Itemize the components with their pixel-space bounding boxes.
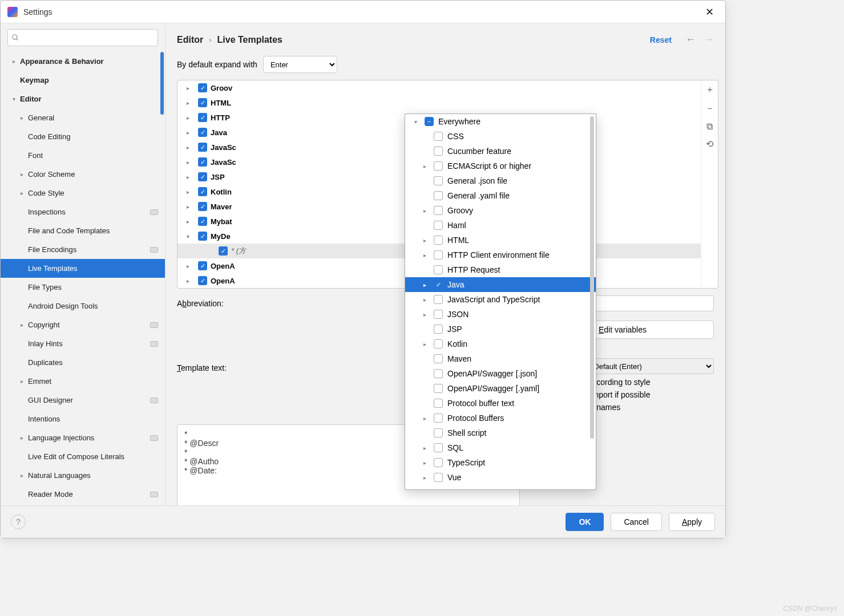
sidebar-item-natural-languages[interactable]: ▸Natural Languages xyxy=(1,466,165,485)
sidebar-item-file-types[interactable]: File Types xyxy=(1,278,165,297)
checkbox-icon[interactable] xyxy=(434,206,443,215)
sidebar-item-language-injections[interactable]: ▸Language Injections xyxy=(1,428,165,447)
context-item-json[interactable]: ▸JSON xyxy=(405,307,596,322)
close-icon[interactable]: ✕ xyxy=(701,3,718,21)
checkbox-icon[interactable] xyxy=(434,354,443,363)
sidebar-item-file-and-code-templates[interactable]: File and Code Templates xyxy=(1,221,165,240)
context-popup[interactable]: ▾−EverywhereCSSCucumber feature▸ECMAScri… xyxy=(405,114,596,490)
expand-with-option-select[interactable]: Default (Enter) xyxy=(587,358,714,374)
sidebar-item-general[interactable]: ▸General xyxy=(1,108,165,127)
add-icon[interactable]: ＋ xyxy=(705,84,714,96)
settings-tree[interactable]: ▸Appearance & BehaviorKeymap▾Editor▸Gene… xyxy=(1,52,165,505)
sidebar-item-editor[interactable]: ▾Editor xyxy=(1,90,165,108)
duplicate-icon[interactable]: ⧉ xyxy=(706,121,713,132)
context-item-java[interactable]: ▸✓Java xyxy=(405,277,596,292)
sidebar-item-copyright[interactable]: ▸Copyright xyxy=(1,315,165,334)
checkbox-icon[interactable] xyxy=(434,310,443,319)
breadcrumb-root[interactable]: Editor xyxy=(177,35,203,45)
cancel-button[interactable]: Cancel xyxy=(611,513,662,531)
checkbox-icon[interactable]: ✓ xyxy=(198,172,207,181)
checkbox-icon[interactable]: ✓ xyxy=(198,232,207,241)
sidebar-item-appearance-behavior[interactable]: ▸Appearance & Behavior xyxy=(1,52,165,71)
template-group[interactable]: ▸✓Groov xyxy=(177,80,701,95)
context-item-openapi-swagger-json-[interactable]: OpenAPI/Swagger [.json] xyxy=(405,366,596,381)
checkbox-icon[interactable]: ✓ xyxy=(434,280,443,289)
context-item-general-json-file[interactable]: General .json file xyxy=(405,173,596,188)
checkbox-icon[interactable]: ✓ xyxy=(198,113,207,122)
apply-button[interactable]: Apply xyxy=(669,513,715,531)
context-item-http-request[interactable]: HTTP Request xyxy=(405,262,596,277)
checkbox-icon[interactable] xyxy=(434,473,443,482)
checkbox-icon[interactable]: ✓ xyxy=(219,246,228,256)
context-item-protocol-buffer-text[interactable]: Protocol buffer text xyxy=(405,396,596,411)
checkbox-icon[interactable] xyxy=(434,369,443,378)
checkbox-icon[interactable] xyxy=(434,295,443,304)
sidebar-item-keymap[interactable]: Keymap xyxy=(1,71,165,90)
context-item-css[interactable]: CSS xyxy=(405,129,596,144)
checkbox-icon[interactable]: ✓ xyxy=(198,217,207,226)
checkbox-icon[interactable] xyxy=(434,176,443,185)
context-item-general-yaml-file[interactable]: General .yaml file xyxy=(405,188,596,203)
checkbox-icon[interactable]: ✓ xyxy=(198,143,207,152)
context-item-html[interactable]: ▸HTML xyxy=(405,233,596,248)
popup-scrollbar[interactable] xyxy=(590,116,594,439)
checkbox-icon[interactable] xyxy=(434,221,443,230)
nav-forward-icon[interactable]: → xyxy=(704,34,714,46)
checkbox-icon[interactable] xyxy=(434,325,443,334)
context-root[interactable]: ▾−Everywhere xyxy=(405,114,596,129)
sidebar-item-code-style[interactable]: ▸Code Style xyxy=(1,184,165,202)
checkbox-icon[interactable]: ✓ xyxy=(198,98,207,107)
sidebar-item-inspections[interactable]: Inspections xyxy=(1,202,165,221)
expand-with-select[interactable]: Enter xyxy=(263,56,337,73)
context-item-shell-script[interactable]: Shell script xyxy=(405,425,596,440)
context-item-javascript-and-typescript[interactable]: ▸JavaScript and TypeScript xyxy=(405,292,596,307)
minus-checkbox-icon[interactable]: − xyxy=(425,117,434,126)
sidebar-item-inlay-hints[interactable]: Inlay Hints xyxy=(1,334,165,353)
checkbox-icon[interactable] xyxy=(434,147,443,156)
checkbox-icon[interactable] xyxy=(434,399,443,408)
sidebar-item-color-scheme[interactable]: ▸Color Scheme xyxy=(1,165,165,184)
context-item-haml[interactable]: Haml xyxy=(405,218,596,233)
sidebar-item-gui-designer[interactable]: GUI Designer xyxy=(1,391,165,410)
checkbox-icon[interactable]: ✓ xyxy=(198,202,207,211)
checkbox-icon[interactable] xyxy=(434,265,443,274)
checkbox-icon[interactable] xyxy=(434,250,443,260)
context-item-jsp[interactable]: JSP xyxy=(405,322,596,337)
checkbox-icon[interactable] xyxy=(434,414,443,423)
context-item-http-client-environment-file[interactable]: ▸HTTP Client environment file xyxy=(405,248,596,262)
checkbox-icon[interactable] xyxy=(434,132,443,141)
checkbox-icon[interactable] xyxy=(434,443,443,452)
checkbox-icon[interactable]: ✓ xyxy=(198,187,207,196)
checkbox-icon[interactable] xyxy=(434,428,443,437)
tree-scrollbar[interactable] xyxy=(160,52,164,115)
sidebar-item-reader-mode[interactable]: Reader Mode xyxy=(1,485,165,504)
remove-icon[interactable]: － xyxy=(705,103,714,115)
checkbox-icon[interactable]: ✓ xyxy=(198,276,207,285)
context-item-kotlin[interactable]: ▸Kotlin xyxy=(405,337,596,351)
sidebar-item-font[interactable]: Font xyxy=(1,146,165,165)
context-item-protocol-buffers[interactable]: ▸Protocol Buffers xyxy=(405,411,596,425)
checkbox-icon[interactable] xyxy=(434,161,443,171)
context-item-vue[interactable]: ▸Vue xyxy=(405,470,596,485)
help-icon[interactable]: ? xyxy=(11,514,26,529)
context-item-maven[interactable]: Maven xyxy=(405,351,596,366)
sidebar-item-intentions[interactable]: Intentions xyxy=(1,410,165,428)
context-item-ecmascript-6-or-higher[interactable]: ▸ECMAScript 6 or higher xyxy=(405,159,596,173)
sidebar-item-duplicates[interactable]: Duplicates xyxy=(1,353,165,372)
checkbox-icon[interactable]: ✓ xyxy=(198,128,207,137)
context-item-sql[interactable]: ▸SQL xyxy=(405,440,596,455)
checkbox-icon[interactable] xyxy=(434,458,443,467)
ok-button[interactable]: OK xyxy=(566,513,604,531)
context-item-typescript[interactable]: ▸TypeScript xyxy=(405,455,596,470)
restore-icon[interactable]: ⟲ xyxy=(706,139,713,149)
sidebar-item-android-design-tools[interactable]: Android Design Tools xyxy=(1,297,165,315)
checkbox-icon[interactable] xyxy=(434,384,443,393)
checkbox-icon[interactable] xyxy=(434,236,443,245)
nav-back-icon[interactable]: ← xyxy=(685,34,696,46)
checkbox-icon[interactable]: ✓ xyxy=(198,157,207,167)
sidebar-item-live-edit-of-compose-literals[interactable]: Live Edit of Compose Literals xyxy=(1,447,165,466)
reset-link[interactable]: Reset xyxy=(650,35,672,44)
sidebar-item-emmet[interactable]: ▸Emmet xyxy=(1,372,165,391)
sidebar-item-code-editing[interactable]: Code Editing xyxy=(1,127,165,146)
template-group[interactable]: ▸✓HTML xyxy=(177,95,701,110)
